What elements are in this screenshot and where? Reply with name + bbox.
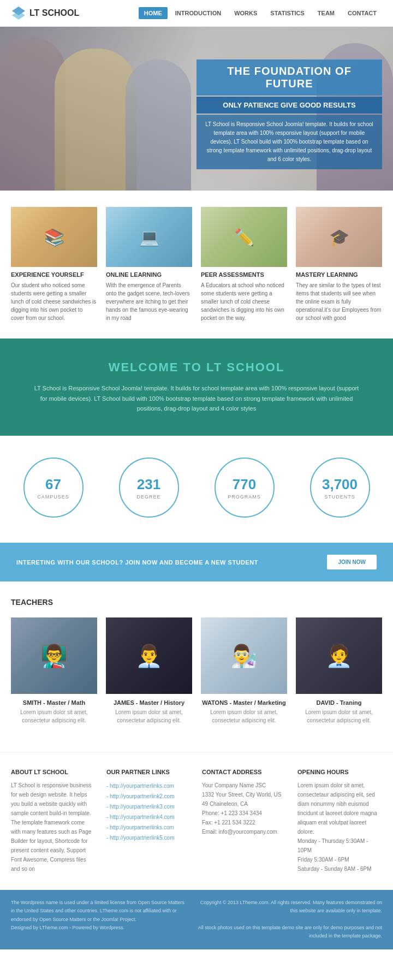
teacher-james: 👨‍💼 JAMES - Master / History Lorem ipsum… <box>106 617 192 724</box>
footer-hours: OPENING HOURS Lorem ipsum dolor sit amet… <box>297 769 382 874</box>
welcome-section: WELCOME TO LT SCHOOL LT School is Respon… <box>0 338 393 436</box>
feature-desc-4: They are similar to the types of test it… <box>296 281 382 322</box>
stat-number-students: 3,700 <box>322 476 358 493</box>
join-now-button[interactable]: JOIN NOW <box>327 555 377 569</box>
stat-circle-students: 3,700 STUDENTS <box>310 458 370 518</box>
stat-label-campuses: CAMPUSES <box>37 494 69 500</box>
feature-title-1: EXPERIENCE YOURSELF <box>11 271 97 278</box>
teacher-name-david: DAVID - Traning <box>296 699 382 706</box>
footer-contact: CONTACT ADDRESS Your Company Name JSC 13… <box>202 769 287 874</box>
footer-about: ABOUT LT SCHOOL LT School is responsive … <box>11 769 96 874</box>
teacher-icon-watons: 👨‍🔬 <box>201 617 287 694</box>
feature-item-4: 🎓 MASTERY LEARNING They are similar to t… <box>296 207 382 322</box>
footer-main: ABOUT LT SCHOOL LT School is responsive … <box>0 752 393 890</box>
footer-about-text: LT School is responsive business for web… <box>11 781 96 874</box>
feature-item-2: 💻 ONLINE LEARNING With the emergence of … <box>106 207 192 322</box>
teacher-name-james: JAMES - Master / History <box>106 699 192 706</box>
spacer <box>0 741 393 752</box>
teacher-desc-watons: Lorem ipsum dolor sit amet, consectetur … <box>201 708 287 724</box>
logo-text: LT SCHOOL <box>29 8 79 18</box>
footer-about-title: ABOUT LT SCHOOL <box>11 769 96 775</box>
stat-circle-degree: 231 DEGREE <box>119 458 179 518</box>
nav-works[interactable]: WORKS <box>229 7 263 19</box>
teachers-grid: 👨‍🏫 SMITH - Master / Math Lorem ipsum do… <box>11 617 382 724</box>
cta-text: INTERETING WITH OUR SCHOOL? JOIN NOW AND… <box>16 559 258 566</box>
feature-image-3: ✏️ <box>201 207 287 267</box>
stat-number-degree: 231 <box>137 476 160 493</box>
nav-contact[interactable]: CONTACT <box>342 7 382 19</box>
partner-link-2[interactable]: - http://yourpartnerlink2.com <box>106 791 191 801</box>
teacher-image-david: 🧑‍💼 <box>296 617 382 694</box>
hero-section: THE FOUNDATION OF FUTURE ONLY PATIENCE G… <box>0 27 393 191</box>
footer-links: OUR PARTNER LINKS - http://yourpartnerli… <box>106 769 191 874</box>
teachers-section: TEACHERS 👨‍🏫 SMITH - Master / Math Lorem… <box>0 581 393 741</box>
stat-campuses: 67 CAMPUSES <box>11 458 96 521</box>
stat-label-programs: PROGRAMS <box>228 494 261 500</box>
teacher-name-smith: SMITH - Master / Math <box>11 699 97 706</box>
teacher-desc-david: Lorem ipsum dolor sit amet, consectetur … <box>296 708 382 724</box>
feature-item-3: ✏️ PEER ASSESSMENTS A Educators at schoo… <box>201 207 287 322</box>
features-section: 📚 EXPERIENCE YOURSELF Our student who no… <box>0 191 393 338</box>
footer-links-list: - http://yourpartnerlinks.com - http://y… <box>106 781 191 843</box>
teacher-image-smith: 👨‍🏫 <box>11 617 97 694</box>
feature-image-4: 🎓 <box>296 207 382 267</box>
teacher-watons: 👨‍🔬 WATONS - Master / Marketing Lorem ip… <box>201 617 287 724</box>
partner-link-3[interactable]: - http://yourpartnerlink3.com <box>106 801 191 812</box>
stat-degree: 231 DEGREE <box>106 458 191 521</box>
logo[interactable]: LT SCHOOL <box>11 5 79 21</box>
header: LT SCHOOL HOME INTRODUCTION WORKS STATIS… <box>0 0 393 27</box>
cta-section: INTERETING WITH OUR SCHOOL? JOIN NOW AND… <box>0 543 393 581</box>
main-nav: HOME INTRODUCTION WORKS STATISTICS TEAM … <box>139 7 382 19</box>
stat-circle-campuses: 67 CAMPUSES <box>23 458 84 518</box>
footer-bottom-right: Copyright © 2013 LTheme.com. All rights … <box>196 899 382 940</box>
feature-desc-3: A Educators at school who noticed some s… <box>201 281 287 322</box>
footer-links-title: OUR PARTNER LINKS <box>106 769 191 775</box>
footer-contact-text: Your Company Name JSC 1332 Your Street, … <box>202 781 287 836</box>
partner-link-5[interactable]: - http://yourpartnerlinks.com <box>106 822 191 833</box>
feature-title-3: PEER ASSESSMENTS <box>201 271 287 278</box>
footer-hours-text: Lorem ipsum dolor sit amet, consectetaur… <box>297 781 382 874</box>
feature-icon-2: 💻 <box>106 207 192 267</box>
welcome-title: WELCOME TO LT SCHOOL <box>11 360 382 375</box>
footer-bottom-left: The Wordpress name is used under a limit… <box>11 899 186 932</box>
stat-label-degree: DEGREE <box>136 494 160 500</box>
stats-section: 67 CAMPUSES 231 DEGREE 770 PROGRAMS 3,70… <box>0 436 393 543</box>
stat-circle-programs: 770 PROGRAMS <box>215 458 275 518</box>
stats-grid: 67 CAMPUSES 231 DEGREE 770 PROGRAMS 3,70… <box>11 458 382 521</box>
teacher-desc-james: Lorem ipsum dolor sit amet, consectetur … <box>106 708 192 724</box>
partner-link-6[interactable]: - http://yourpartnerlink5.com <box>106 833 191 843</box>
feature-icon-1: 📚 <box>11 207 97 267</box>
partner-link-4[interactable]: - http://yourpartnerlink4.com <box>106 812 191 822</box>
hero-subtitle: ONLY PATIENCE GIVE GOOD RESULTS <box>196 97 382 114</box>
stat-programs: 770 PROGRAMS <box>202 458 287 521</box>
teacher-icon-james: 👨‍💼 <box>106 617 192 694</box>
feature-icon-3: ✏️ <box>201 207 287 267</box>
features-grid: 📚 EXPERIENCE YOURSELF Our student who no… <box>11 207 382 322</box>
teacher-desc-smith: Lorem ipsum dolor sit amet, consectetur … <box>11 708 97 724</box>
feature-desc-1: Our student who noticed some students we… <box>11 281 97 322</box>
feature-image-1: 📚 <box>11 207 97 267</box>
stat-number-programs: 770 <box>233 476 256 493</box>
footer-bottom: The Wordpress name is used under a limit… <box>0 890 393 949</box>
feature-desc-2: With the emergence of Parents onto the g… <box>106 281 192 322</box>
teacher-image-watons: 👨‍🔬 <box>201 617 287 694</box>
feature-title-4: MASTERY LEARNING <box>296 271 382 278</box>
logo-icon <box>11 5 26 21</box>
footer-hours-title: OPENING HOURS <box>297 769 382 775</box>
nav-statistics[interactable]: STATISTICS <box>265 7 310 19</box>
feature-icon-4: 🎓 <box>296 207 382 267</box>
nav-home[interactable]: HOME <box>139 7 168 19</box>
teacher-icon-david: 🧑‍💼 <box>296 617 382 694</box>
feature-item-1: 📚 EXPERIENCE YOURSELF Our student who no… <box>11 207 97 322</box>
teacher-icon-smith: 👨‍🏫 <box>11 617 97 694</box>
stat-number-campuses: 67 <box>45 476 61 493</box>
hero-title: THE FOUNDATION OF FUTURE <box>196 60 382 96</box>
nav-introduction[interactable]: INTRODUCTION <box>170 7 227 19</box>
nav-team[interactable]: TEAM <box>312 7 340 19</box>
teacher-image-james: 👨‍💼 <box>106 617 192 694</box>
stat-label-students: STUDENTS <box>324 494 355 500</box>
teacher-name-watons: WATONS - Master / Marketing <box>201 699 287 706</box>
welcome-description: LT School is Responsive School Joomla! t… <box>33 383 360 414</box>
teachers-section-title: TEACHERS <box>11 598 382 607</box>
partner-link-1[interactable]: - http://yourpartnerlinks.com <box>106 781 191 791</box>
